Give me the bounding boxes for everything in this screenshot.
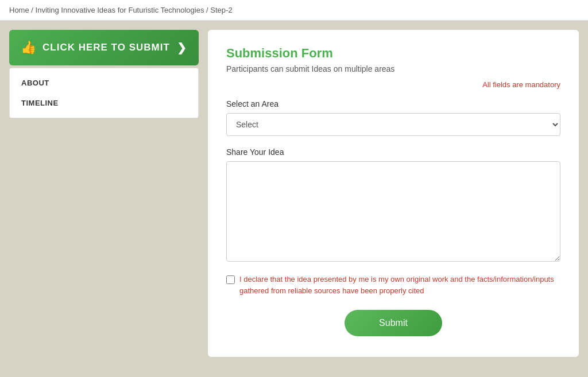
submit-button-label: CLICK HERE TO SUBMIT [42,42,170,53]
breadcrumb-sep1: / [31,6,33,14]
sidebar: 👍 CLICK HERE TO SUBMIT ❯ ABOUT TIMELINE [9,30,199,118]
area-select[interactable]: Select Technology Science Engineering He… [226,113,560,136]
declaration-checkbox[interactable] [226,275,235,284]
sidebar-item-about[interactable]: ABOUT [10,73,198,93]
idea-label: Share Your Idea [226,147,560,157]
idea-textarea[interactable] [226,161,560,262]
form-submit-button[interactable]: Submit [345,310,442,336]
breadcrumb-step: Step-2 [210,6,232,14]
declaration-row: I declare that the idea presented by me … [226,274,560,296]
breadcrumb-challenge[interactable]: Inviting Innovative Ideas for Futuristic… [36,6,204,14]
nav-menu: ABOUT TIMELINE [9,68,199,118]
click-to-submit-button[interactable]: 👍 CLICK HERE TO SUBMIT ❯ [9,30,199,65]
sidebar-item-timeline[interactable]: TIMELINE [10,93,198,113]
main-layout: 👍 CLICK HERE TO SUBMIT ❯ ABOUT TIMELINE … [0,21,588,366]
arrow-right-icon: ❯ [177,41,187,55]
area-label: Select an Area [226,99,560,108]
breadcrumb-home[interactable]: Home [9,6,29,14]
form-title: Submission Form [226,46,560,61]
breadcrumb: Home / Inviting Innovative Ideas for Fut… [0,0,588,21]
declaration-text: I declare that the idea presented by me … [239,274,560,296]
form-subtitle: Participants can submit Ideas on multipl… [226,64,560,73]
content-area: Submission Form Participants can submit … [208,30,579,357]
mandatory-note: All fields are mandatory [226,80,560,89]
thumbs-up-icon: 👍 [21,40,37,55]
breadcrumb-sep2: / [206,6,208,14]
